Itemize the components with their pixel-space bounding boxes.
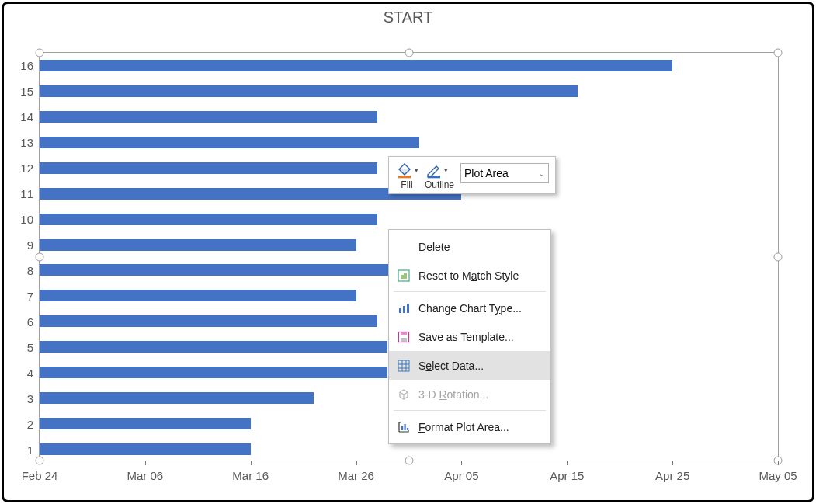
menu-reset-to-match-style[interactable]: Reset to Match Style bbox=[389, 261, 550, 290]
menu-separator bbox=[394, 410, 546, 411]
menu-change-chart-type[interactable]: Change Chart Type... bbox=[389, 294, 550, 322]
reset-style-icon bbox=[397, 269, 411, 283]
chart-title: START bbox=[4, 9, 812, 26]
y-axis-label: 3 bbox=[10, 391, 33, 405]
x-axis-tick bbox=[461, 461, 462, 465]
data-bar[interactable] bbox=[40, 315, 377, 327]
menu-label: Save as Template... bbox=[418, 331, 514, 343]
y-axis-label: 11 bbox=[10, 187, 33, 200]
data-bar[interactable] bbox=[40, 443, 251, 455]
x-axis-tick bbox=[251, 461, 252, 465]
svg-rect-9 bbox=[398, 360, 409, 371]
menu-label: Delete bbox=[418, 241, 450, 253]
chart-element-combo[interactable]: Plot Area ⌄ bbox=[460, 163, 549, 183]
y-axis-label: 12 bbox=[10, 162, 33, 175]
x-axis-tick bbox=[40, 461, 40, 465]
menu-label: Reset to Match Style bbox=[418, 269, 519, 282]
menu-label: 3-D Rotation... bbox=[418, 388, 488, 401]
data-bar[interactable] bbox=[40, 392, 314, 404]
x-axis-label: Mar 26 bbox=[338, 469, 374, 482]
svg-rect-14 bbox=[401, 426, 403, 430]
format-plot-area-icon bbox=[397, 420, 411, 434]
data-bar[interactable] bbox=[40, 290, 356, 301]
x-axis-tick bbox=[567, 461, 568, 465]
data-bar[interactable] bbox=[40, 60, 672, 71]
svg-rect-4 bbox=[403, 306, 405, 313]
svg-rect-3 bbox=[399, 308, 401, 313]
data-bar[interactable] bbox=[40, 239, 356, 251]
menu-3d-rotation: 3-D Rotation... bbox=[389, 380, 550, 408]
data-bar[interactable] bbox=[40, 214, 377, 225]
pen-icon bbox=[425, 163, 443, 179]
x-axis-label: Feb 24 bbox=[22, 469, 58, 482]
x-axis-label: Apr 05 bbox=[444, 469, 478, 482]
menu-select-data[interactable]: Select Data... bbox=[389, 351, 550, 380]
x-axis-label: Apr 25 bbox=[655, 469, 689, 482]
y-axis-label: 16 bbox=[10, 59, 33, 72]
x-axis-tick bbox=[672, 461, 673, 465]
y-axis-label: 2 bbox=[10, 417, 33, 430]
menu-delete[interactable]: Delete bbox=[389, 232, 550, 261]
svg-rect-8 bbox=[401, 338, 407, 342]
menu-label: Select Data... bbox=[418, 360, 484, 372]
context-menu: Delete Reset to Match Style Change Chart… bbox=[388, 229, 551, 444]
data-bar[interactable] bbox=[40, 85, 578, 97]
paint-bucket-icon bbox=[396, 163, 413, 179]
menu-save-as-template[interactable]: Save as Template... bbox=[389, 322, 550, 351]
data-bar[interactable] bbox=[40, 418, 251, 429]
y-axis-label: 14 bbox=[10, 110, 33, 123]
menu-label: Format Plot Area... bbox=[418, 421, 509, 433]
x-axis-label: Mar 16 bbox=[232, 469, 269, 482]
select-data-icon bbox=[397, 359, 411, 373]
chevron-down-icon: ▾ bbox=[415, 167, 418, 175]
y-axis-label: 7 bbox=[10, 289, 33, 302]
chevron-down-icon: ⌄ bbox=[539, 169, 545, 178]
y-axis-label: 1 bbox=[10, 443, 33, 456]
data-bar[interactable] bbox=[40, 111, 377, 123]
x-axis-label: Mar 06 bbox=[127, 469, 164, 482]
outline-label: Outline bbox=[425, 180, 454, 190]
svg-rect-7 bbox=[401, 332, 407, 335]
chart-type-icon bbox=[397, 301, 411, 315]
svg-rect-15 bbox=[405, 424, 406, 430]
x-axis-label: Apr 15 bbox=[550, 469, 584, 482]
y-axis-label: 6 bbox=[10, 315, 33, 328]
y-axis-label: 5 bbox=[10, 340, 33, 353]
svg-rect-1 bbox=[428, 176, 440, 178]
x-axis-tick bbox=[778, 461, 779, 465]
menu-label: Change Chart Type... bbox=[418, 302, 522, 315]
data-bar[interactable] bbox=[40, 341, 387, 353]
x-axis-tick bbox=[145, 461, 146, 465]
chevron-down-icon: ▾ bbox=[444, 167, 448, 175]
mini-toolbar: ▾ Fill ▾ Outline Plot Area ⌄ bbox=[388, 156, 556, 194]
y-axis-label: 9 bbox=[10, 238, 33, 252]
svg-rect-0 bbox=[398, 176, 411, 178]
y-axis-label: 8 bbox=[10, 263, 33, 276]
y-axis-label: 15 bbox=[10, 85, 33, 98]
save-template-icon bbox=[397, 330, 411, 344]
x-axis-tick bbox=[356, 461, 357, 465]
combo-value: Plot Area bbox=[464, 167, 509, 179]
data-bar[interactable] bbox=[40, 367, 387, 378]
outline-button[interactable]: ▾ Outline bbox=[425, 162, 454, 190]
rotation-3d-icon bbox=[397, 388, 411, 401]
chart-container: START 12345678910111213141516Feb 24Mar 0… bbox=[2, 2, 814, 502]
y-axis-label: 4 bbox=[10, 366, 33, 379]
data-bar[interactable] bbox=[40, 162, 377, 174]
svg-rect-16 bbox=[407, 428, 408, 430]
svg-rect-5 bbox=[407, 304, 409, 313]
fill-button[interactable]: ▾ Fill bbox=[395, 162, 418, 190]
data-bar[interactable] bbox=[40, 137, 419, 148]
menu-format-plot-area[interactable]: Format Plot Area... bbox=[389, 412, 550, 441]
fill-label: Fill bbox=[395, 180, 418, 190]
y-axis-label: 13 bbox=[10, 136, 33, 149]
menu-separator bbox=[394, 291, 546, 292]
x-axis-label: May 05 bbox=[759, 469, 797, 482]
y-axis-label: 10 bbox=[10, 213, 33, 226]
